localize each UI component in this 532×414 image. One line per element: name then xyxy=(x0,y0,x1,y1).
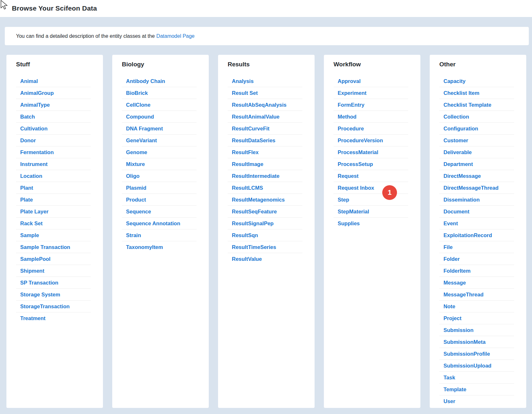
entity-link-submissionupload[interactable]: SubmissionUpload xyxy=(439,360,514,371)
entity-link-note[interactable]: Note xyxy=(439,301,514,312)
entity-link-procedureversion[interactable]: ProcedureVersion xyxy=(334,135,408,146)
entity-link-folderitem[interactable]: FolderItem xyxy=(439,265,514,277)
entity-link-donor[interactable]: Donor xyxy=(16,135,91,146)
entity-link-submissionmeta[interactable]: SubmissionMeta xyxy=(439,336,514,348)
entity-link-sequence[interactable]: Sequence xyxy=(122,206,197,217)
list-item: SamplePool xyxy=(16,253,91,265)
entity-link-samplepool[interactable]: SamplePool xyxy=(16,253,91,265)
entity-link-user[interactable]: User xyxy=(439,395,514,407)
entity-link-procedure[interactable]: Procedure xyxy=(334,123,408,134)
entity-link-approval[interactable]: Approval xyxy=(334,75,408,87)
entity-link-cellclone[interactable]: CellClone xyxy=(122,99,197,111)
entity-link-deliverable[interactable]: Deliverable xyxy=(439,146,514,158)
entity-link-analysis[interactable]: Analysis xyxy=(228,75,302,87)
entity-link-batch[interactable]: Batch xyxy=(16,111,91,122)
entity-link-messagethread[interactable]: MessageThread xyxy=(439,289,514,300)
entity-link-sequence-annotation[interactable]: Sequence Annotation xyxy=(122,218,197,229)
entity-link-folder[interactable]: Folder xyxy=(439,253,514,265)
entity-link-resultintermediate[interactable]: ResultIntermediate xyxy=(228,170,302,182)
entity-link-document[interactable]: Document xyxy=(439,206,514,217)
entity-link-submission[interactable]: Submission xyxy=(439,324,514,336)
entity-link-experiment[interactable]: Experiment xyxy=(334,87,408,99)
entity-link-method[interactable]: Method xyxy=(334,111,408,122)
entity-link-resulttimeseries[interactable]: ResultTimeSeries xyxy=(228,241,302,253)
list-item: ResultValue xyxy=(228,253,302,265)
list-item: DirectMessageThread xyxy=(439,182,514,194)
entity-link-instrument[interactable]: Instrument xyxy=(16,158,91,170)
entity-link-cultivation[interactable]: Cultivation xyxy=(16,123,91,134)
entity-link-result-set[interactable]: Result Set xyxy=(228,87,302,99)
entity-link-shipment[interactable]: Shipment xyxy=(16,265,91,277)
entity-link-location[interactable]: Location xyxy=(16,170,91,182)
entity-link-sp-transaction[interactable]: SP Transaction xyxy=(16,277,91,288)
entity-link-request[interactable]: Request xyxy=(334,170,408,182)
list-item: ResultCurveFit xyxy=(228,123,302,135)
entity-link-antibody-chain[interactable]: Antibody Chain xyxy=(122,75,197,87)
entity-link-exploitationrecord[interactable]: ExploitationRecord xyxy=(439,229,514,241)
entity-link-taxonomyitem[interactable]: TaxonomyItem xyxy=(122,241,197,253)
entity-link-request-inbox[interactable]: Request Inbox xyxy=(334,182,408,194)
entity-link-animal[interactable]: Animal xyxy=(16,75,91,87)
entity-link-compound[interactable]: Compound xyxy=(122,111,197,122)
entity-link-resultimage[interactable]: ResultImage xyxy=(228,158,302,170)
entity-link-department[interactable]: Department xyxy=(439,158,514,170)
entity-link-file[interactable]: File xyxy=(439,241,514,253)
entity-link-resultabseqanalysis[interactable]: ResultAbSeqAnalysis xyxy=(228,99,302,111)
entity-link-treatment[interactable]: Treatment xyxy=(16,312,91,324)
entity-link-resultcurvefit[interactable]: ResultCurveFit xyxy=(228,123,302,134)
entity-link-animaltype[interactable]: AnimalType xyxy=(16,99,91,111)
entity-link-animalgroup[interactable]: AnimalGroup xyxy=(16,87,91,99)
entity-link-formentry[interactable]: FormEntry xyxy=(334,99,408,111)
entity-link-genome[interactable]: Genome xyxy=(122,146,197,158)
entity-link-submissionprofile[interactable]: SubmissionProfile xyxy=(439,348,514,360)
entity-link-storagetransaction[interactable]: StorageTransaction xyxy=(16,301,91,312)
list-item: Analysis xyxy=(228,75,302,87)
entity-link-checklist-item[interactable]: Checklist Item xyxy=(439,87,514,99)
entity-link-product[interactable]: Product xyxy=(122,194,197,205)
entity-link-directmessage[interactable]: DirectMessage xyxy=(439,170,514,182)
entity-link-processmaterial[interactable]: ProcessMaterial xyxy=(334,146,408,158)
entity-link-plasmid[interactable]: Plasmid xyxy=(122,182,197,194)
entity-link-configuration[interactable]: Configuration xyxy=(439,123,514,134)
entity-link-event[interactable]: Event xyxy=(439,218,514,229)
entity-link-project[interactable]: Project xyxy=(439,312,514,324)
entity-link-capacity[interactable]: Capacity xyxy=(439,75,514,87)
entity-link-resultanimalvalue[interactable]: ResultAnimalValue xyxy=(228,111,302,122)
entity-link-customer[interactable]: Customer xyxy=(439,135,514,146)
entity-link-directmessagethread[interactable]: DirectMessageThread xyxy=(439,182,514,194)
datamodel-page-link[interactable]: Datamodel Page xyxy=(156,33,195,39)
entity-link-sample-transaction[interactable]: Sample Transaction xyxy=(16,241,91,253)
entity-link-fermentation[interactable]: Fermentation xyxy=(16,146,91,158)
entity-link-rack-set[interactable]: Rack Set xyxy=(16,218,91,229)
entity-link-resultvalue[interactable]: ResultValue xyxy=(228,253,302,265)
entity-link-resultsignalpep[interactable]: ResultSignalPep xyxy=(228,218,302,229)
list-item: AnimalType xyxy=(16,99,91,111)
entity-link-plate[interactable]: Plate xyxy=(16,194,91,205)
entity-link-dna-fragment[interactable]: DNA Fragment xyxy=(122,123,197,134)
entity-link-strain[interactable]: Strain xyxy=(122,229,197,241)
entity-link-task[interactable]: Task xyxy=(439,372,514,383)
entity-link-supplies[interactable]: Supplies xyxy=(334,218,408,229)
entity-link-collection[interactable]: Collection xyxy=(439,111,514,122)
entity-link-plant[interactable]: Plant xyxy=(16,182,91,194)
entity-link-message[interactable]: Message xyxy=(439,277,514,288)
entity-link-oligo[interactable]: Oligo xyxy=(122,170,197,182)
entity-link-processsetup[interactable]: ProcessSetup xyxy=(334,158,408,170)
entity-link-stepmaterial[interactable]: StepMaterial xyxy=(334,206,408,217)
entity-link-resultseqfeature[interactable]: ResultSeqFeature xyxy=(228,206,302,217)
entity-link-resultdataseries[interactable]: ResultDataSeries xyxy=(228,135,302,146)
entity-link-resultlcms[interactable]: ResultLCMS xyxy=(228,182,302,194)
entity-link-template[interactable]: Template xyxy=(439,384,514,395)
entity-link-storage-system[interactable]: Storage System xyxy=(16,289,91,300)
entity-link-resultsqn[interactable]: ResultSqn xyxy=(228,229,302,241)
entity-link-plate-layer[interactable]: Plate Layer xyxy=(16,206,91,217)
entity-link-genevariant[interactable]: GeneVariant xyxy=(122,135,197,146)
entity-link-mixture[interactable]: Mixture xyxy=(122,158,197,170)
entity-link-resultflex[interactable]: ResultFlex xyxy=(228,146,302,158)
entity-link-step[interactable]: Step xyxy=(334,194,408,205)
entity-link-sample[interactable]: Sample xyxy=(16,229,91,241)
entity-link-biobrick[interactable]: BioBrick xyxy=(122,87,197,99)
entity-link-resultmetagenomics[interactable]: ResultMetagenomics xyxy=(228,194,302,205)
entity-link-dissemination[interactable]: Dissemination xyxy=(439,194,514,205)
entity-link-checklist-template[interactable]: Checklist Template xyxy=(439,99,514,111)
